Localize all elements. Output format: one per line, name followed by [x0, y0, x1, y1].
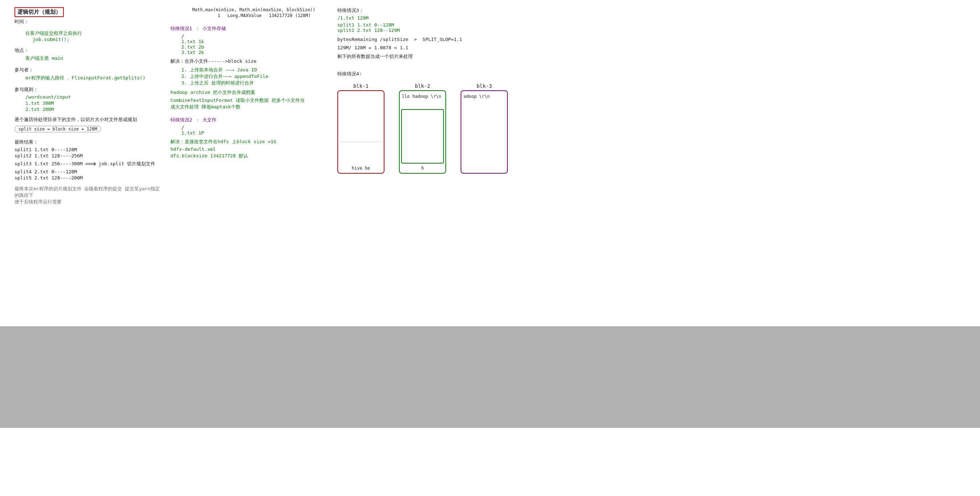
special1-steps: 1. 上传前本地合并 ——→ Java IO 2. 上传中进行合并——→ app…	[170, 67, 330, 86]
special1-file3: 3.txt 2k	[181, 50, 330, 55]
split-3-row: split3 1.txt 256----300M ⟹ job.split 切片规…	[14, 159, 163, 168]
before-submit: 在客户端提交程序之前执行	[14, 30, 163, 37]
block-2-inner-label: llo hadoop \r\n	[402, 94, 441, 99]
right-column: 特殊情况3： /1.txt 129M split1 1.txt 0--128M …	[337, 7, 966, 180]
block-2-container: blk-2 llo hadoop \r\n h	[399, 83, 446, 174]
block-2-box: llo hadoop \r\n h	[399, 90, 446, 174]
split-2: split2 1.txt 128----256M	[14, 153, 163, 159]
split-size-label: split size = block size = 128M	[14, 126, 101, 132]
formula-val: Long.MAXValue	[224, 12, 265, 19]
job-split-label: job.split 切片规划文件	[99, 161, 155, 167]
special-case-1: 特殊情况1 ： 小文件存储 / 1.txt 1k 2.txt 2b 3.txt …	[170, 25, 330, 110]
special-case-4: 特殊情况4: blk-1 hive he	[337, 71, 966, 174]
middle-column: Math.max(minSize, Math.min(maxSize, bloc…	[170, 7, 337, 166]
page-title: 逻辑切片（规划）	[14, 7, 64, 17]
special3-formula-area: bytesRemaining /splitSize > SPLIT_SLOP=1…	[337, 37, 966, 42]
formula-num: 1	[214, 12, 224, 19]
participants-label: 参与者：	[14, 67, 33, 73]
step3: 3. 上传之后 处理的时候进行合并	[181, 80, 330, 86]
final-note2: 便于后续程序运行需要	[14, 199, 163, 205]
formula-header: Math.max(minSize, Math.min(maxSize, bloc…	[192, 7, 330, 12]
formula-size: 134217728 (128M)	[265, 12, 315, 19]
special1-files: 1.txt 1k 2.txt 2b 3.txt 2k	[170, 39, 330, 55]
block-2-inner-box	[401, 109, 444, 164]
special1-solution: 解决：合并小文件------>block size	[170, 58, 330, 65]
special3-formula: bytesRemaining /splitSize > SPLIT_SLOP=1…	[337, 37, 966, 42]
special-case-3: 特殊情况3： /1.txt 129M split1 1.txt 0--128M …	[337, 7, 966, 60]
block-1-label: blk-1	[353, 83, 369, 89]
special3-desc: 剩下的所有数据当成一个切片来处理	[337, 53, 966, 60]
special-case-2: 特殊情况2 ： 大文件 / 1.txt 1P 解决：直接改变文件在hdfs 上b…	[170, 117, 330, 159]
special3-split2: split2 2.txt 128--129M	[337, 27, 966, 33]
split-3: split3 1.txt 256----300M	[14, 161, 83, 167]
hdfs-default: hdfs-default.xml	[170, 146, 330, 152]
dfs-blocksize: dfs.blocksize 134217728 默认	[170, 153, 330, 159]
special3-splits: split1 1.txt 0--128M split2 2.txt 128--1…	[337, 22, 966, 33]
left-column: 逻辑切片（规划） 时间： 在客户端提交程序之前执行 job.submit();	[14, 7, 170, 210]
location-label: 地点：	[14, 48, 29, 53]
block-3-inner-label: adoop \r\n	[463, 94, 490, 99]
special2-title: 特殊情况2 ： 大文件	[170, 117, 330, 123]
split-4: split4 2.txt 0----128M	[14, 169, 163, 174]
special3-split1: split1 1.txt 0--128M	[337, 22, 966, 27]
block-3-box: adoop \r\n	[461, 90, 508, 174]
participants-detail: mr程序的输入路径 、FlieinputForat.getSplits()	[25, 75, 145, 81]
split-1: split1 1.txt 0----128M	[14, 147, 163, 152]
special4-title: 特殊情况4:	[337, 71, 966, 77]
gray-footer	[0, 326, 980, 428]
step2: 2. 上传中进行合并——→ appendToFile	[181, 73, 330, 80]
blocks-row: blk-1 hive he blk-2 llo hadoo	[337, 83, 966, 174]
final-note1: 最终本次mr程序的切片规划文件 会随着程序的提交 提交至yarn指定的路径下	[14, 186, 163, 199]
traverse-desc: 逐个遍历待处理目录下的文件，以切片大小对文件形成规划	[14, 117, 137, 122]
block-1-container: blk-1 hive he	[337, 83, 385, 174]
file2: 2.txt 200M	[25, 107, 54, 112]
special1-title: 特殊情况1 ： 小文件存储	[170, 25, 330, 32]
time-label: 时间：	[14, 19, 29, 24]
special1-path: /	[170, 33, 330, 39]
special1-file1: 1.txt 1k	[181, 39, 330, 44]
final-result-label: 最终结果：	[14, 139, 38, 145]
path-label: /wordcount/input	[25, 94, 71, 100]
block-1-bottom: hive he	[352, 166, 370, 171]
hadoop-archive: hadoop archive 把小文件合并成档案	[170, 89, 330, 96]
formula-area: Math.max(minSize, Math.min(maxSize, bloc…	[192, 7, 330, 19]
split-5: split5 2.txt 128----200M	[14, 175, 163, 181]
special2-file: 1.txt 1P	[170, 130, 330, 136]
block-1-box: hive he	[337, 90, 385, 174]
step1: 1. 上传前本地合并 ——→ Java IO	[181, 67, 330, 73]
rules-label: 参与规则：	[14, 87, 38, 92]
special2-solution: 解决：直接改变文件在hdfs 上block size =1G	[170, 138, 330, 145]
block-3-container: blk-3 adoop \r\n	[461, 83, 508, 174]
block-2-label: blk-2	[415, 83, 430, 89]
block-1-divider	[339, 142, 382, 142]
special3-title: 特殊情况3：	[337, 7, 966, 14]
combine-text: CombineTextInputFormat 读取小文件数据 把多个小文件当成大…	[170, 97, 308, 110]
formula-table: 1 Long.MAXValue 134217728 (128M)	[214, 12, 315, 19]
client-class: 客户端主类 main	[25, 56, 63, 61]
block-3-label: blk-3	[477, 83, 492, 89]
block-2-bottom: h	[421, 166, 424, 171]
submit-code: job.submit();	[14, 37, 163, 42]
arrow-icon: ⟹	[85, 159, 97, 168]
special1-file2: 2.txt 2b	[181, 44, 330, 50]
special2-path: /	[170, 125, 330, 130]
special3-calc: 129M/ 128M = 1.0078 < 1.1	[337, 45, 966, 50]
splits-list: split1 1.txt 0----128M split2 1.txt 128-…	[14, 147, 163, 181]
special3-file: /1.txt 129M	[337, 15, 966, 21]
file1: 1.txt 300M	[25, 100, 54, 106]
